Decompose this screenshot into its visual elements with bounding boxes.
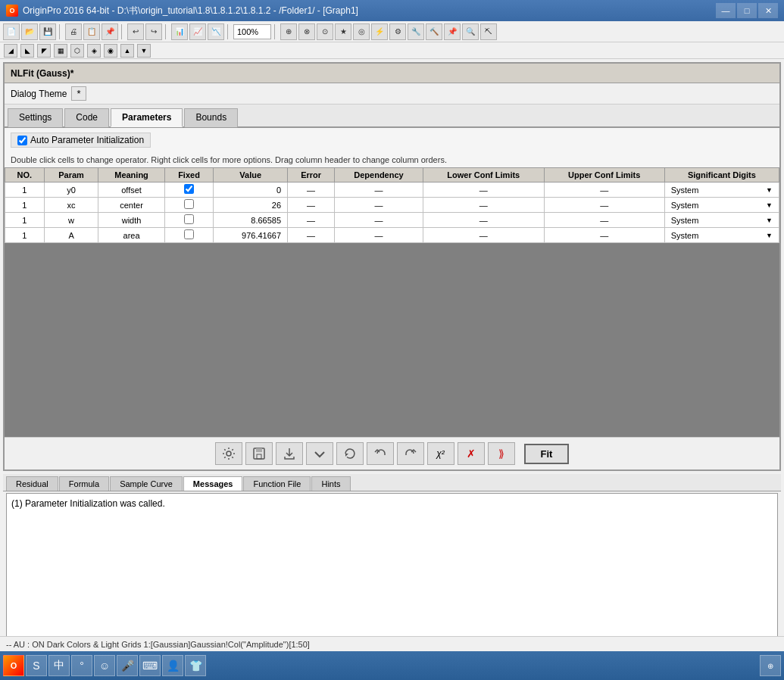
taskbar-icon-8[interactable]: 👕 (185, 655, 206, 676)
tb-extra1[interactable]: ⊕ (280, 23, 297, 40)
col-dependency[interactable]: Dependency (335, 168, 423, 182)
col-sigdigits[interactable]: Significant Digits (664, 168, 779, 182)
dlg-tb-export-btn[interactable] (276, 442, 303, 465)
params-table-container[interactable]: NO. Param Meaning Fixed Value Error Depe… (5, 167, 779, 437)
dlg-tb-refresh-btn[interactable] (336, 442, 364, 465)
col-error[interactable]: Error (288, 168, 335, 182)
taskbar-start[interactable]: O (3, 655, 24, 676)
tb-extra2[interactable]: ⊗ (298, 23, 315, 40)
taskbar-icon-3[interactable]: ° (71, 655, 92, 676)
auto-param-label[interactable]: Auto Parameter Initialization (11, 133, 151, 148)
tb-extra6[interactable]: ⚡ (371, 23, 388, 40)
sub-tb-7[interactable]: ◉ (104, 44, 117, 58)
dialog-theme-asterisk-btn[interactable]: * (71, 86, 86, 101)
dlg-tb-settings-btn[interactable] (215, 442, 242, 465)
dlg-tb-save-btn[interactable] (245, 442, 273, 465)
dlg-tb-down-btn[interactable] (306, 442, 333, 465)
tb-extra10[interactable]: 📌 (444, 23, 461, 40)
tb-extra5[interactable]: ◎ (353, 23, 370, 40)
col-lower[interactable]: Lower Conf Limits (423, 168, 544, 182)
instruction-text: Double click cells to change operator. R… (5, 152, 779, 167)
btab-sample-curve[interactable]: Sample Curve (110, 476, 183, 491)
taskbar-icon-1[interactable]: S (26, 655, 47, 676)
taskbar: O S 中 ° ☺ 🎤 ⌨ 👤 👕 ⊕ (0, 651, 784, 680)
col-param[interactable]: Param (44, 168, 98, 182)
sub-tb-5[interactable]: ⬡ (70, 44, 84, 58)
tb-extra11[interactable]: 🔍 (462, 23, 479, 40)
tb-save[interactable]: 💾 (39, 23, 56, 40)
taskbar-icon-2[interactable]: 中 (48, 655, 70, 676)
cell-sigdigits-2[interactable]: System ▼ (664, 213, 779, 228)
tb-new[interactable]: 📄 (3, 23, 20, 40)
cell-value-3[interactable]: 976.41667 (214, 228, 288, 243)
tb-sep4 (227, 24, 230, 39)
btab-residual[interactable]: Residual (6, 476, 58, 491)
tb-copy[interactable]: 📋 (83, 23, 100, 40)
taskbar-icon-5[interactable]: 🎤 (117, 655, 138, 676)
taskbar-icon-6[interactable]: ⌨ (139, 655, 161, 676)
cell-param-2: w (44, 213, 98, 228)
dlg-tb-clear-btn[interactable]: ✗ (458, 442, 485, 465)
zoom-input[interactable] (233, 24, 271, 39)
taskbar-icon-4[interactable]: ☺ (94, 655, 115, 676)
maximize-button[interactable]: □ (737, 3, 757, 18)
btab-messages[interactable]: Messages (183, 476, 243, 491)
sub-tb-6[interactable]: ◈ (87, 44, 101, 58)
dlg-tb-chisq-btn[interactable]: χ² (427, 442, 454, 465)
minimize-button[interactable]: — (716, 3, 736, 18)
tb-print[interactable]: 🖨 (65, 23, 82, 40)
sub-tb-8[interactable]: ▲ (120, 44, 134, 58)
cell-value-0[interactable]: 0 (214, 182, 288, 198)
cell-fixed-1[interactable] (164, 198, 214, 213)
tb-paste[interactable]: 📌 (102, 23, 118, 40)
tb-extra7[interactable]: ⚙ (389, 23, 406, 40)
col-no[interactable]: NO. (5, 168, 45, 182)
tb-redo[interactable]: ↪ (145, 23, 162, 40)
dlg-tb-redo-btn[interactable] (397, 442, 424, 465)
tb-extra12[interactable]: ⛏ (480, 23, 497, 40)
dlg-tb-undo-btn[interactable] (367, 442, 394, 465)
cell-lower-3: — (423, 228, 544, 243)
tab-code[interactable]: Code (64, 108, 109, 127)
sub-tb-9[interactable]: ▼ (137, 44, 151, 58)
cell-error-0: — (288, 182, 335, 198)
taskbar-icon-7[interactable]: 👤 (162, 655, 183, 676)
tb-undo[interactable]: ↩ (127, 23, 144, 40)
btab-formula[interactable]: Formula (59, 476, 109, 491)
col-upper[interactable]: Upper Conf Limits (544, 168, 664, 182)
col-value[interactable]: Value (214, 168, 288, 182)
tb-data[interactable]: 📉 (208, 23, 224, 40)
cell-value-2[interactable]: 8.66585 (214, 213, 288, 228)
cell-fixed-2[interactable] (164, 213, 214, 228)
cell-fixed-0[interactable] (164, 182, 214, 198)
fit-button[interactable]: Fit (524, 444, 570, 464)
tb-plot[interactable]: 📈 (189, 23, 206, 40)
tab-bounds[interactable]: Bounds (184, 108, 238, 127)
sub-tb-4[interactable]: ▦ (54, 44, 67, 58)
tb-extra4[interactable]: ★ (335, 23, 351, 40)
cell-sigdigits-0[interactable]: System ▼ (664, 182, 779, 198)
col-meaning[interactable]: Meaning (98, 168, 164, 182)
btab-function-file[interactable]: Function File (243, 476, 311, 491)
cell-fixed-3[interactable] (164, 228, 214, 243)
dlg-tb-clear2-btn[interactable]: ⟫ (488, 442, 515, 465)
close-button[interactable]: ✕ (758, 3, 778, 18)
sub-tb-2[interactable]: ◣ (20, 44, 34, 58)
auto-param-checkbox[interactable] (17, 136, 27, 145)
cell-value-1[interactable]: 26 (214, 198, 288, 213)
tb-extra3[interactable]: ⊙ (317, 23, 333, 40)
col-fixed[interactable]: Fixed (164, 168, 214, 182)
cell-sigdigits-1[interactable]: System ▼ (664, 198, 779, 213)
cell-sigdigits-3[interactable]: System ▼ (664, 228, 779, 243)
tab-settings[interactable]: Settings (8, 108, 63, 127)
tb-extra9[interactable]: 🔨 (426, 23, 442, 40)
taskbar-sys-icon[interactable]: ⊕ (760, 655, 781, 676)
tb-extra8[interactable]: 🔧 (408, 23, 424, 40)
tb-graph[interactable]: 📊 (171, 23, 188, 40)
sub-tb-3[interactable]: ◤ (37, 44, 51, 58)
tb-open[interactable]: 📂 (21, 23, 38, 40)
tab-parameters[interactable]: Parameters (111, 108, 183, 127)
sub-tb-1[interactable]: ◢ (4, 44, 17, 58)
btab-hints[interactable]: Hints (311, 476, 350, 491)
cell-error-2: — (288, 213, 335, 228)
